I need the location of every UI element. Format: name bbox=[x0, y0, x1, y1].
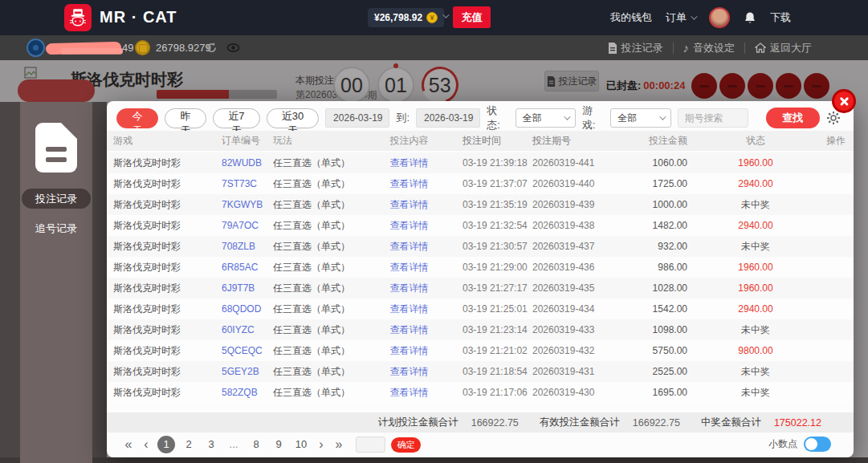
quick-filter-today[interactable]: 今天 bbox=[116, 108, 158, 128]
amount-cell: 1000.00 bbox=[609, 199, 693, 210]
status-cell: 未中奖 bbox=[693, 198, 818, 212]
detail-link[interactable]: 查看详情 bbox=[356, 303, 463, 316]
game-cell: 斯洛伐克时时彩 bbox=[107, 240, 222, 254]
table-row: 斯洛伐克时时彩6R85AC任三直选（单式）查看详情03-19 21:29:002… bbox=[107, 257, 854, 278]
order-number-link[interactable]: 6R85AC bbox=[222, 262, 271, 273]
play-type-cell: 任三直选（单式） bbox=[271, 156, 356, 170]
detail-link[interactable]: 查看详情 bbox=[356, 282, 463, 295]
refresh-icon[interactable] bbox=[206, 42, 218, 56]
document-icon bbox=[608, 43, 617, 54]
detail-link[interactable]: 查看详情 bbox=[356, 198, 463, 212]
detail-link[interactable]: 查看详情 bbox=[356, 344, 463, 358]
balance-display[interactable]: ¥26,798.92 ¥ bbox=[368, 8, 444, 27]
quick-filter-7days[interactable]: 近7天 bbox=[213, 108, 260, 128]
bet-time-cell: 03-19 21:27:17 bbox=[463, 282, 532, 294]
order-number-link[interactable]: 68QDOD bbox=[222, 303, 271, 315]
search-button[interactable]: 查找 bbox=[766, 108, 820, 128]
win-total-label: 中奖金额合计 bbox=[701, 416, 761, 429]
status-select[interactable]: 全部 bbox=[516, 108, 576, 128]
game-cell: 斯洛伐克时时彩 bbox=[107, 303, 222, 316]
nav-download[interactable]: 下载 bbox=[770, 10, 791, 25]
table-row: 斯洛伐克时时彩79A7OC任三直选（单式）查看详情03-19 21:32:542… bbox=[107, 215, 854, 236]
quick-filter-30days[interactable]: 近30天 bbox=[267, 108, 319, 128]
decimal-label: 小数点 bbox=[768, 437, 797, 451]
detail-link[interactable]: 查看详情 bbox=[356, 156, 463, 170]
date-from-input[interactable]: 2026-03-19 bbox=[325, 108, 389, 128]
order-number-link[interactable]: 7KGWYB bbox=[222, 199, 271, 210]
detail-link[interactable]: 查看详情 bbox=[356, 240, 463, 254]
sidebar-item-chase-records[interactable]: 追号记录 bbox=[22, 220, 91, 238]
gear-icon[interactable] bbox=[826, 111, 841, 125]
detail-link[interactable]: 查看详情 bbox=[356, 365, 463, 379]
game-label: 游戏: bbox=[582, 104, 604, 132]
page-number-button[interactable]: 3 bbox=[202, 436, 220, 453]
detail-link[interactable]: 查看详情 bbox=[356, 219, 463, 233]
table-row: 斯洛伐克时时彩7KGWYB任三直选（单式）查看详情03-19 21:35:192… bbox=[107, 194, 854, 215]
status-cell: 1960.00 bbox=[693, 157, 818, 169]
status-cell: 2940.00 bbox=[693, 220, 818, 231]
period-search-input[interactable] bbox=[678, 108, 748, 128]
chevron-down-icon bbox=[659, 113, 666, 120]
table-header-cell: 投注时间 bbox=[463, 134, 532, 148]
music-note-icon: ♪ bbox=[683, 41, 690, 55]
coin-icon bbox=[135, 40, 150, 55]
table-row: 斯洛伐克时时彩68QDOD任三直选（单式）查看详情03-19 21:25:012… bbox=[107, 299, 854, 319]
order-number-link[interactable]: 6J9T7B bbox=[222, 282, 271, 294]
first-page-button[interactable]: « bbox=[120, 437, 137, 452]
bet-records-link[interactable]: 投注记录 bbox=[608, 41, 663, 55]
filter-bar: 今天 昨天 近7天 近30天 2026-03-19 到: 2026-03-19 … bbox=[116, 108, 844, 128]
date-to-input[interactable]: 2026-03-19 bbox=[416, 108, 480, 128]
order-number-link[interactable]: 7ST73C bbox=[222, 178, 271, 189]
order-number-link[interactable]: 5QCEQC bbox=[222, 345, 271, 356]
sidebar-item-bet-records[interactable]: 投注记录 bbox=[22, 189, 91, 209]
period-cell: 20260319-439 bbox=[532, 199, 609, 210]
back-to-lobby-link[interactable]: 返回大厅 bbox=[755, 41, 812, 55]
play-type-cell: 任三直选（单式） bbox=[271, 344, 356, 358]
game-select[interactable]: 全部 bbox=[610, 108, 670, 128]
eye-icon[interactable] bbox=[226, 42, 240, 56]
pagination-bar: « ‹ 123...8910 › » 确定 bbox=[107, 432, 854, 457]
page-number-button[interactable]: 10 bbox=[292, 436, 310, 453]
page-number-button[interactable]: 8 bbox=[247, 436, 265, 453]
status-cell: 2940.00 bbox=[693, 178, 818, 189]
prev-page-button[interactable]: ‹ bbox=[137, 437, 155, 452]
detail-link[interactable]: 查看详情 bbox=[356, 261, 463, 274]
page-number-button[interactable]: 9 bbox=[270, 436, 287, 453]
order-number-link[interactable]: 82WUDB bbox=[222, 157, 271, 169]
document-icon bbox=[35, 123, 77, 173]
order-number-link[interactable]: 5GEY2B bbox=[222, 366, 271, 377]
table-row: 斯洛伐克时时彩5GEY2B任三直选（单式）查看详情03-19 21:18:542… bbox=[107, 361, 854, 382]
app-root: MR · CAT ¥26,798.92 ¥ 充值 我的钱包 订单 下载 49 2… bbox=[0, 0, 868, 463]
detail-link[interactable]: 查看详情 bbox=[356, 386, 463, 400]
decimal-toggle[interactable] bbox=[804, 437, 831, 452]
detail-link[interactable]: 查看详情 bbox=[356, 323, 463, 337]
period-cell: 20260319-441 bbox=[532, 157, 609, 169]
quick-filter-yesterday[interactable]: 昨天 bbox=[165, 108, 206, 128]
avatar[interactable] bbox=[709, 7, 730, 28]
game-cell: 斯洛伐克时时彩 bbox=[107, 323, 222, 337]
nav-wallet[interactable]: 我的钱包 bbox=[610, 10, 652, 25]
order-number-link[interactable]: 60IYZC bbox=[222, 324, 271, 335]
last-page-button[interactable]: » bbox=[330, 437, 348, 452]
page-number-button[interactable]: 2 bbox=[180, 436, 198, 453]
table-header: 游戏订单编号玩法投注内容投注时间投注期号投注金额状态操作 bbox=[107, 131, 854, 151]
page-jump-input[interactable] bbox=[356, 437, 385, 453]
page-jump-confirm-button[interactable]: 确定 bbox=[391, 437, 421, 453]
recharge-button[interactable]: 充值 bbox=[453, 6, 491, 28]
table-header-cell: 操作 bbox=[818, 134, 854, 148]
brand-logo[interactable] bbox=[64, 4, 92, 31]
order-number-link[interactable]: 79A7OC bbox=[222, 220, 271, 231]
detail-link[interactable]: 查看详情 bbox=[356, 177, 463, 191]
next-page-button[interactable]: › bbox=[312, 437, 330, 452]
nav-orders[interactable]: 订单 bbox=[666, 10, 695, 25]
divider bbox=[744, 43, 745, 54]
order-number-link[interactable]: 582ZQB bbox=[222, 387, 271, 398]
bell-icon[interactable] bbox=[744, 11, 756, 25]
page-number-button[interactable]: 1 bbox=[157, 436, 175, 453]
amount-cell: 1060.00 bbox=[609, 157, 693, 169]
table-row: 斯洛伐克时时彩708ZLB任三直选（单式）查看详情03-19 21:30:572… bbox=[107, 236, 854, 257]
order-number-link[interactable]: 708ZLB bbox=[222, 241, 271, 252]
play-type-cell: 任三直选（单式） bbox=[271, 323, 356, 337]
planned-total-value: 166922.75 bbox=[471, 417, 519, 428]
sound-settings-link[interactable]: ♪ 音效设定 bbox=[683, 41, 736, 55]
